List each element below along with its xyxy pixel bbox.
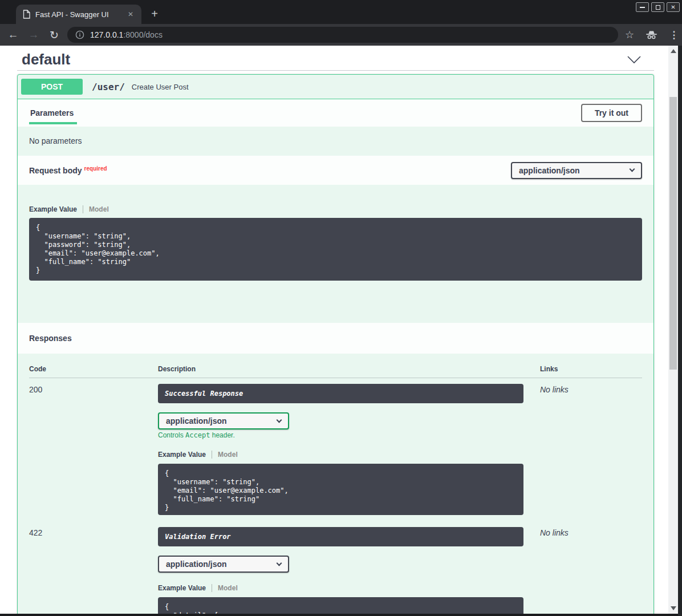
response-example-code[interactable]: { "detail": [ (158, 597, 523, 614)
try-it-out-button[interactable]: Try it out (581, 104, 642, 122)
tab-example-value[interactable]: Example Value (158, 584, 206, 592)
window-minimize-button[interactable] (636, 2, 649, 12)
request-body-media-type-select[interactable]: application/json (511, 162, 642, 179)
operation-path: /user/ (92, 82, 125, 92)
window-maximize-button[interactable] (651, 2, 664, 12)
select-chevron-icon (277, 560, 282, 566)
column-code: Code (29, 365, 158, 373)
tab-model[interactable]: Model (83, 205, 109, 213)
response-code: 422 (29, 527, 158, 614)
new-tab-button[interactable]: + (147, 7, 162, 22)
response-row-200: 200 Successful Response application/json… (29, 378, 642, 515)
url-path: :8000/docs (123, 30, 163, 39)
responses-table: Code Description Links 200 Successful Re… (18, 354, 653, 614)
tag-section-header[interactable]: default (17, 46, 654, 71)
request-body-content: Example Value Model { "username": "strin… (18, 185, 653, 323)
request-body-example-code[interactable]: { "username": "string", "password": "str… (29, 218, 642, 281)
response-example-tabs: Example Value Model (158, 584, 540, 592)
method-badge: POST (21, 79, 83, 95)
browser-titlebar: Fast API - Swagger UI ✕ + ✕ (0, 0, 682, 24)
scroll-up-icon[interactable] (671, 49, 676, 53)
response-code: 200 (29, 384, 158, 515)
response-row-422: 422 Validation Error application/json Ex… (29, 521, 642, 614)
maximize-icon (656, 5, 660, 10)
browser-tab[interactable]: Fast API - Swagger UI ✕ (16, 5, 141, 24)
tab-parameters[interactable]: Parameters (29, 108, 77, 124)
request-body-example-tabs: Example Value Model (29, 205, 642, 213)
responses-header: Responses (18, 323, 653, 354)
response-links: No links (540, 384, 642, 515)
response-links: No links (540, 527, 642, 614)
url-text: 127.0.0.1:8000/docs (90, 30, 163, 39)
tab-model[interactable]: Model (212, 451, 238, 459)
operation-summary-text: Create User Post (132, 83, 189, 91)
no-parameters-message: No parameters (18, 127, 653, 156)
responses-title: Responses (29, 334, 72, 343)
request-body-title: Request bodyrequired (29, 166, 107, 175)
accept-note-code: Accept (185, 431, 210, 439)
accept-note-suffix: header. (210, 431, 234, 439)
scrollbar-thumb[interactable] (669, 97, 677, 370)
bookmark-star-icon[interactable]: ☆ (625, 29, 634, 41)
operation-block: POST /user/ Create User Post Parameters … (17, 74, 654, 614)
tab-example-value[interactable]: Example Value (29, 205, 77, 213)
response-media-type-control: application/json (158, 556, 540, 573)
parameters-header: Parameters Try it out (18, 99, 653, 127)
tab-example-value[interactable]: Example Value (158, 451, 206, 459)
window-close-button[interactable]: ✕ (667, 2, 680, 12)
response-media-type-select[interactable]: application/json (158, 556, 289, 573)
request-body-media-type-value: application/json (519, 166, 580, 175)
tab-close-icon[interactable]: ✕ (125, 9, 136, 19)
collapse-chevron-icon[interactable] (627, 55, 642, 64)
request-body-title-text: Request body (29, 166, 82, 175)
column-links: Links (540, 365, 642, 373)
response-description: Successful Response (158, 384, 523, 403)
forward-icon[interactable]: → (27, 29, 40, 41)
accept-header-note: Controls Accept header. (158, 431, 540, 439)
page-favicon-icon (23, 10, 30, 19)
window-border-bottom (0, 614, 678, 616)
column-description: Description (158, 365, 540, 373)
minimize-icon (640, 7, 645, 8)
response-media-type-select[interactable]: application/json (158, 412, 289, 429)
address-bar[interactable]: 127.0.0.1:8000/docs (67, 27, 618, 43)
site-info-icon[interactable] (75, 30, 84, 39)
url-host: 127.0.0.1 (90, 30, 123, 39)
window-border-right (678, 46, 682, 616)
response-description-cell: Validation Error application/json Exampl… (158, 527, 540, 614)
required-flag: required (84, 165, 107, 172)
tag-title: default (17, 51, 70, 68)
page-scrollbar[interactable] (668, 46, 678, 614)
tab-model[interactable]: Model (212, 584, 238, 592)
scroll-down-icon[interactable] (671, 606, 676, 610)
operation-summary[interactable]: POST /user/ Create User Post (18, 75, 653, 99)
response-description-cell: Successful Response application/json Con… (158, 384, 540, 515)
back-icon[interactable]: ← (7, 29, 19, 41)
incognito-icon (646, 30, 657, 40)
tab-title: Fast API - Swagger UI (35, 10, 125, 19)
select-chevron-icon (277, 417, 282, 423)
response-description: Validation Error (158, 527, 523, 546)
browser-menu-icon[interactable]: ⋮ (669, 29, 679, 41)
response-media-type-control: application/json Controls Accept header. (158, 412, 540, 439)
response-example-tabs: Example Value Model (158, 451, 540, 459)
request-body-header: Request bodyrequired application/json (18, 156, 653, 185)
page-content: default POST /user/ Create User Post Par… (0, 46, 668, 614)
response-example-code[interactable]: { "username": "string", "email": "user@e… (158, 464, 523, 515)
responses-table-header: Code Description Links (29, 354, 642, 378)
response-media-type-value: application/json (166, 560, 227, 569)
response-media-type-value: application/json (166, 416, 227, 425)
reload-icon[interactable]: ↻ (48, 29, 60, 42)
select-chevron-icon (630, 167, 635, 172)
accept-note-prefix: Controls (158, 431, 185, 439)
browser-toolbar: ← → ↻ 127.0.0.1:8000/docs ☆ ⋮ (0, 24, 682, 46)
